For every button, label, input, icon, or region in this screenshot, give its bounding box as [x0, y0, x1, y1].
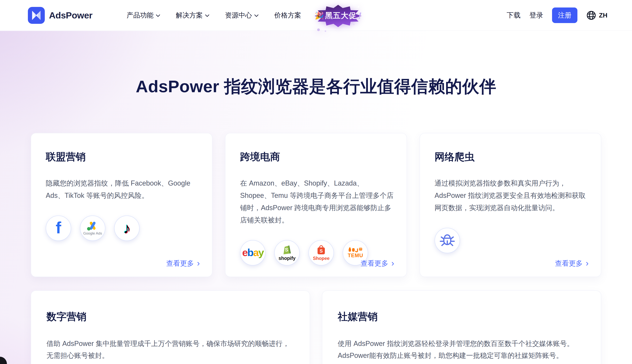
facebook-letter: f	[56, 218, 61, 237]
see-more-link[interactable]: 查看更多 ›	[555, 259, 588, 268]
chevron-right-icon: ›	[586, 259, 588, 268]
nav-right-group: 下载 登录 注册 ZH	[507, 8, 607, 23]
tiktok-icon: ♪	[114, 216, 140, 241]
ebay-letter: e	[242, 247, 247, 258]
card-affiliate-marketing: 联盟营销 隐藏您的浏览器指纹，降低 Facebook、Google Ads、Ti…	[31, 133, 212, 277]
facebook-icon: f	[46, 216, 71, 241]
nav-item-label: 产品功能	[127, 11, 154, 20]
card-social-media-marketing: 社媒营销 使用 AdsPower 指纹浏览器轻松登录并管理您的数百至数千个社交媒…	[322, 290, 601, 364]
language-switcher[interactable]: ZH	[586, 10, 607, 20]
nav-item-pricing[interactable]: 价格方案	[274, 11, 301, 20]
main-menu: 产品功能 解决方案 资源中心 价格方案	[127, 11, 301, 20]
tiktok-note-glyph: ♪	[123, 221, 131, 236]
card-web-scraping: 网络爬虫 通过模拟浏览器指纹参数和真实用户行为，AdsPower 指纹浏览器更安…	[420, 133, 601, 277]
adspower-logo[interactable]: AdsPower	[28, 7, 93, 24]
see-more-label: 查看更多	[555, 259, 582, 268]
ebay-letter: b	[247, 247, 253, 258]
nav-item-resources[interactable]: 资源中心	[225, 11, 259, 20]
ebay-wordmark: ebay	[242, 246, 264, 258]
temu-label: TEMU	[348, 252, 363, 258]
chevron-right-icon: ›	[197, 259, 200, 268]
spider-bug-icon	[435, 228, 460, 253]
card-title: 联盟营销	[46, 150, 200, 164]
nav-item-label: 价格方案	[274, 11, 301, 20]
adspower-logo-text: AdsPower	[49, 10, 93, 20]
card-title: 跨境电商	[240, 150, 394, 164]
nav-item-label: 解决方案	[176, 11, 203, 20]
nav-item-solutions[interactable]: 解决方案	[176, 11, 209, 20]
hero-section: AdsPower 指纹浏览器是各行业值得信赖的伙伴	[0, 31, 632, 97]
card-description: 借助 AdsPower 集中批量管理成千上万个营销账号，确保市场研究的顺畅进行，…	[47, 338, 292, 362]
brand-icon-row	[435, 228, 588, 253]
see-more-label: 查看更多	[361, 259, 388, 268]
chevron-down-icon	[156, 14, 160, 17]
top-navigation: AdsPower 产品功能 解决方案 资源中心 价格方案	[0, 0, 632, 31]
google-ads-glyph	[86, 221, 99, 231]
nav-item-label: 资源中心	[225, 11, 252, 20]
adspower-logo-icon	[28, 7, 45, 24]
shopee-bag-glyph: S	[316, 245, 327, 256]
globe-icon	[586, 10, 596, 20]
language-code: ZH	[599, 12, 607, 19]
card-description: 通过模拟浏览器指纹参数和真实用户行为，AdsPower 指纹浏览器更安全且有效地…	[435, 177, 588, 214]
google-ads-icon: Google Ads	[80, 216, 105, 241]
download-link[interactable]: 下载	[507, 10, 520, 20]
chevron-down-icon	[205, 14, 209, 17]
see-more-link[interactable]: 查看更多 ›	[166, 259, 200, 268]
promo-exclamation: !	[357, 10, 362, 21]
temu-glyphs	[348, 247, 362, 252]
card-title: 数字营销	[47, 310, 292, 324]
promo-label: 🎉 黑五大促 !	[313, 1, 363, 30]
card-title: 社媒营销	[338, 310, 583, 324]
svg-text:S: S	[320, 248, 323, 254]
shopify-bag-glyph: S	[282, 244, 292, 255]
promo-text: 黑五大促	[325, 10, 357, 21]
ebay-letter: y	[258, 247, 264, 258]
use-case-cards-bottom: 数字营销 借助 AdsPower 集中批量管理成千上万个营销账号，确保市场研究的…	[31, 290, 601, 364]
svg-text:S: S	[285, 247, 288, 252]
shopify-icon: S shopify	[274, 240, 300, 266]
party-popper-icon: 🎉	[315, 12, 324, 19]
see-more-link[interactable]: 查看更多 ›	[361, 259, 394, 268]
ebay-icon: ebay	[240, 240, 265, 266]
shopify-label: shopify	[279, 256, 296, 261]
card-description: 在 Amazon、eBay、Shopify、Lazada、Shopee、Temu…	[240, 177, 394, 226]
card-digital-marketing: 数字营销 借助 AdsPower 集中批量管理成千上万个营销账号，确保市场研究的…	[31, 290, 310, 364]
brand-icon-row: f Google Ads ♪	[46, 216, 200, 241]
shopee-icon: S Shopee	[309, 240, 334, 266]
see-more-label: 查看更多	[166, 259, 194, 268]
card-title: 网络爬虫	[435, 150, 588, 164]
use-case-cards: 联盟营销 隐藏您的浏览器指纹，降低 Facebook、Google Ads、Ti…	[31, 133, 601, 277]
chevron-down-icon	[254, 14, 259, 17]
card-description: 使用 AdsPower 指纹浏览器轻松登录并管理您的数百至数千个社交媒体账号。A…	[338, 338, 583, 362]
card-cross-border-ecommerce: 跨境电商 在 Amazon、eBay、Shopify、Lazada、Shopee…	[225, 133, 407, 277]
signup-button[interactable]: 注册	[552, 8, 577, 23]
card-description: 隐藏您的浏览器指纹，降低 Facebook、Google Ads、TikTok …	[46, 177, 200, 202]
black-friday-promo-badge[interactable]: 🎉 黑五大促 !	[313, 1, 363, 30]
google-ads-label: Google Ads	[83, 231, 102, 236]
login-link[interactable]: 登录	[529, 10, 543, 20]
ebay-letter: a	[253, 247, 258, 258]
page-title: AdsPower 指纹浏览器是各行业值得信赖的伙伴	[0, 76, 632, 97]
chevron-right-icon: ›	[391, 259, 394, 268]
nav-item-products[interactable]: 产品功能	[127, 11, 160, 20]
shopee-label: Shopee	[313, 256, 330, 261]
